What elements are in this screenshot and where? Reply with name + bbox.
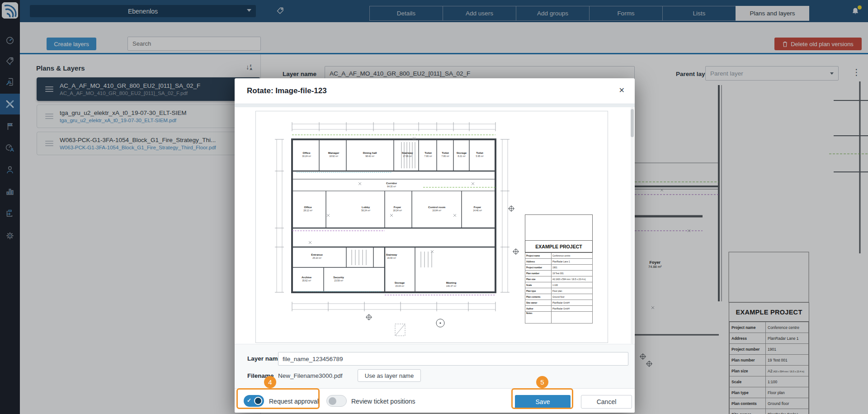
toggle-knob [254,397,262,405]
room-label: Security23.59 m² [333,276,344,282]
title-block-logo-area [525,214,593,241]
toggle-knob [329,397,336,405]
room-label: Foyer18.24 m² [393,206,402,212]
annotation-badge-5: 5 [536,376,548,388]
room-label: Foyer14.46 m² [473,206,482,212]
room-label: Storage8.21 m² [457,152,467,157]
room-label: Storage15.04 m² [395,281,405,287]
room-label: Archive35.62 m² [302,276,311,282]
room-label: Lobby56.24 m² [361,206,370,212]
plan-sheet: Office30.24 m²Manager18.92 m²Dining hall… [255,111,608,343]
title-block-row: Scale1:100 [525,282,593,288]
save-button[interactable]: Save [515,395,571,409]
title-block-row: AuthorPlanRadar GmbH [525,306,593,312]
title-block-row: Plan contentsGround floor [525,294,593,300]
room-label: Corridor64.30 m² [386,182,397,188]
title-block-row: Project nameConference centre [525,253,593,259]
room-label: Manager18.92 m² [328,152,340,157]
title-block-notes-row: Notes [525,312,593,324]
app-root: Ebenenlos DetailsAdd usersAdd groupsForm… [0,0,868,414]
room-label: Stairway17.96 m² [402,152,413,157]
request-approval-toggle[interactable]: ✓ [244,395,264,407]
annotation-badge-4: 4 [264,376,276,388]
room-label: Control room16.84 m² [428,206,445,212]
modal-layer-name-label: Layer name [247,355,281,362]
viewer-scrollbar[interactable] [631,107,634,344]
room-label: Toilet7.80 m² [442,152,449,157]
title-block-row: Site ownerPlanRadar GmbH [525,300,593,306]
room-label: Toilet7.80 m² [425,152,432,157]
modal-form-section: Layer name Filename New_Filename3000.pdf… [235,344,635,388]
modal-footer: ✓ Request approval Review ticket positio… [235,388,635,413]
request-approval-label: Request approval [269,398,319,405]
modal-filename-value: New_Filename3000.pdf [278,372,343,379]
check-icon: ✓ [247,397,251,404]
room-label: Stairway16.90 m² [386,253,397,259]
use-as-layer-name-button[interactable]: Use as layer name [358,369,421,382]
plan-viewer: Office30.24 m²Manager18.92 m²Dining hall… [235,107,635,344]
room-label: Entrance25.10 m² [311,253,323,259]
title-block-row: AddressPlanRadar Lane 1 [525,259,593,265]
room-label: Dining hall98.42 m² [363,152,377,157]
modal-layer-name-input[interactable] [278,352,628,366]
title-block-row: Plan number19 Test 001 [525,271,593,276]
title-block-row: Project number1901 [525,265,593,271]
review-ticket-positions-label: Review ticket positions [351,398,415,405]
title-block-row: Plan typeFloor plan [525,288,593,294]
review-ticket-positions-toggle[interactable] [326,395,347,407]
viewer-top-band [235,104,635,107]
cancel-button[interactable]: Cancel [581,395,632,409]
room-label: Office28.12 m² [303,206,312,212]
room-label: Meeting140.37 m² [446,281,457,287]
modal-header: Rotate: Image-file-123 ✕ [235,78,635,104]
room-label: Toilet5.95 m² [476,152,484,157]
rotate-modal: Rotate: Image-file-123 ✕ [235,78,635,413]
close-icon[interactable]: ✕ [619,86,625,95]
modal-title: Rotate: Image-file-123 [247,86,327,95]
room-label: Office30.24 m² [302,152,311,157]
title-block-row: Plan sizeA2 (420 x 594 mm / 16.5 x 23.4 … [525,276,593,282]
sheet-title-block: EXAMPLE PROJECT Project nameConference c… [525,214,593,324]
title-block-title: EXAMPLE PROJECT [525,241,593,252]
